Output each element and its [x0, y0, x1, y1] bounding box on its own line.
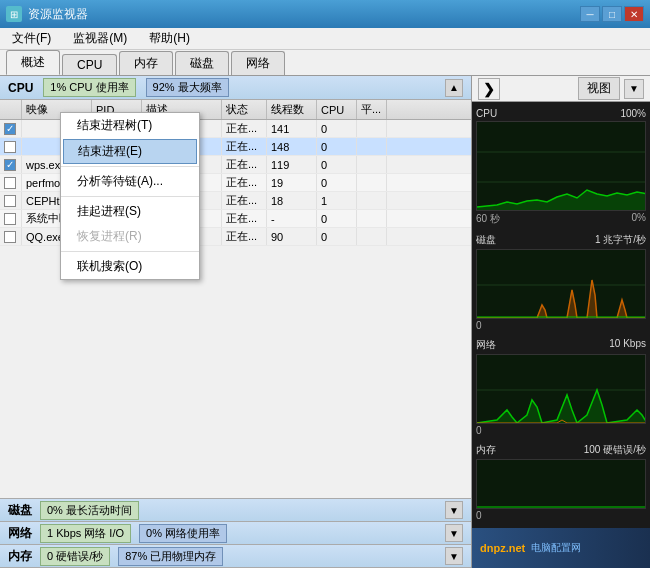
network-chart-header: 网络 10 Kbps	[476, 336, 646, 354]
row-checkbox[interactable]	[0, 210, 22, 227]
row-avg	[357, 192, 387, 209]
row-cpu: 1	[317, 192, 357, 209]
network-stat1: 1 Kbps 网络 I/O	[40, 524, 131, 543]
checkbox-box[interactable]	[4, 213, 16, 225]
watermark: dnpz.net 电脑配置网	[472, 528, 650, 568]
window-title: 资源监视器	[28, 6, 88, 23]
row-avg	[357, 120, 387, 137]
context-menu-item[interactable]: 联机搜索(O)	[61, 254, 199, 279]
right-expand-button[interactable]: ❯	[478, 78, 500, 100]
col-cpu: CPU	[317, 100, 357, 119]
window-controls: ─ □ ✕	[580, 6, 644, 22]
network-header: 网络 1 Kbps 网络 I/O 0% 网络使用率 ▼	[0, 522, 471, 544]
network-title: 网络	[8, 525, 32, 542]
memory-chart-footer: 0	[476, 509, 646, 522]
checkbox-box[interactable]	[4, 141, 16, 153]
row-avg	[357, 156, 387, 173]
row-checkbox[interactable]	[0, 192, 22, 209]
right-panel: ❯ 视图 ▼ CPU 100%	[472, 76, 650, 568]
row-cpu: 0	[317, 210, 357, 227]
tab-memory[interactable]: 内存	[119, 51, 173, 75]
context-menu-separator	[61, 196, 199, 197]
checkbox-box[interactable]	[4, 195, 16, 207]
watermark-logo: dnpz.net	[480, 542, 525, 554]
maximize-button[interactable]: □	[602, 6, 622, 22]
checkbox-box[interactable]: ✓	[4, 159, 16, 171]
network-chart-container: 网络 10 Kbps 0	[472, 332, 650, 437]
row-cpu: 0	[317, 174, 357, 191]
menu-file[interactable]: 文件(F)	[6, 28, 57, 49]
svg-rect-10	[477, 460, 646, 509]
checkbox-box[interactable]	[4, 231, 16, 243]
cpu-chart-time: 60 秒	[476, 212, 500, 226]
cpu-chart-svg	[477, 122, 646, 211]
row-checkbox[interactable]	[0, 228, 22, 245]
tab-network[interactable]: 网络	[231, 51, 285, 75]
tab-cpu[interactable]: CPU	[62, 54, 117, 75]
menu-bar: 文件(F) 监视器(M) 帮助(H)	[0, 28, 650, 50]
row-avg	[357, 138, 387, 155]
network-chart-title: 网络	[476, 338, 496, 352]
memory-stat1: 0 硬错误/秒	[40, 547, 110, 566]
cpu-chart-title: CPU	[476, 108, 497, 119]
cpu-chart-max: 100%	[620, 108, 646, 119]
cpu-expand-button[interactable]: ▲	[445, 79, 463, 97]
disk-chart-svg	[477, 250, 646, 319]
row-checkbox[interactable]: ✓	[0, 120, 22, 137]
cpu-chart	[476, 121, 646, 211]
cpu-chart-header: CPU 100%	[476, 106, 646, 121]
row-threads: 19	[267, 174, 317, 191]
minimize-button[interactable]: ─	[580, 6, 600, 22]
row-cpu: 0	[317, 138, 357, 155]
view-dropdown-button[interactable]: ▼	[624, 79, 644, 99]
row-cpu: 0	[317, 228, 357, 245]
network-section: 网络 1 Kbps 网络 I/O 0% 网络使用率 ▼	[0, 522, 471, 545]
memory-chart-max: 100 硬错误/秒	[584, 443, 646, 457]
disk-chart-title: 磁盘	[476, 233, 496, 247]
menu-monitor[interactable]: 监视器(M)	[67, 28, 133, 49]
memory-expand-button[interactable]: ▼	[445, 547, 463, 565]
close-button[interactable]: ✕	[624, 6, 644, 22]
cpu-stat1: 1% CPU 使用率	[43, 78, 135, 97]
network-chart-svg	[477, 355, 646, 424]
row-avg	[357, 210, 387, 227]
checkbox-box[interactable]: ✓	[4, 123, 16, 135]
row-status: 正在...	[222, 228, 267, 245]
row-status: 正在...	[222, 156, 267, 173]
context-menu-item[interactable]: 结束进程树(T)	[61, 113, 199, 138]
context-menu-item: 恢复进程(R)	[61, 224, 199, 249]
row-status: 正在...	[222, 192, 267, 209]
context-menu-item[interactable]: 挂起进程(S)	[61, 199, 199, 224]
main-layout: CPU 1% CPU 使用率 92% 最大频率 ▲ 映像 PID 描述 状态 线…	[0, 76, 650, 568]
disk-header: 磁盘 0% 最长活动时间 ▼	[0, 499, 471, 521]
row-threads: 148	[267, 138, 317, 155]
view-button[interactable]: 视图	[578, 77, 620, 100]
tab-overview[interactable]: 概述	[6, 50, 60, 75]
cpu-stat2: 92% 最大频率	[146, 78, 229, 97]
row-cpu: 0	[317, 156, 357, 173]
disk-expand-button[interactable]: ▼	[445, 501, 463, 519]
row-threads: 90	[267, 228, 317, 245]
memory-title: 内存	[8, 548, 32, 565]
cpu-title: CPU	[8, 81, 33, 95]
context-menu: 结束进程树(T)结束进程(E)分析等待链(A)...挂起进程(S)恢复进程(R)…	[60, 112, 200, 280]
network-expand-button[interactable]: ▼	[445, 524, 463, 542]
row-checkbox[interactable]	[0, 174, 22, 191]
network-chart-footer: 0	[476, 424, 646, 437]
checkbox-box[interactable]	[4, 177, 16, 189]
row-status: 正在...	[222, 138, 267, 155]
network-chart-max: 10 Kbps	[609, 338, 646, 352]
cpu-section: CPU 1% CPU 使用率 92% 最大频率 ▲ 映像 PID 描述 状态 线…	[0, 76, 471, 499]
memory-stat2: 87% 已用物理内存	[118, 547, 223, 566]
menu-help[interactable]: 帮助(H)	[143, 28, 196, 49]
context-menu-item[interactable]: 分析等待链(A)...	[61, 169, 199, 194]
context-menu-separator	[61, 251, 199, 252]
tab-disk[interactable]: 磁盘	[175, 51, 229, 75]
row-checkbox[interactable]	[0, 138, 22, 155]
context-menu-item[interactable]: 结束进程(E)	[63, 139, 197, 164]
memory-chart-title: 内存	[476, 443, 496, 457]
row-checkbox[interactable]: ✓	[0, 156, 22, 173]
memory-chart-svg	[477, 460, 646, 509]
row-threads: 141	[267, 120, 317, 137]
memory-chart	[476, 459, 646, 509]
